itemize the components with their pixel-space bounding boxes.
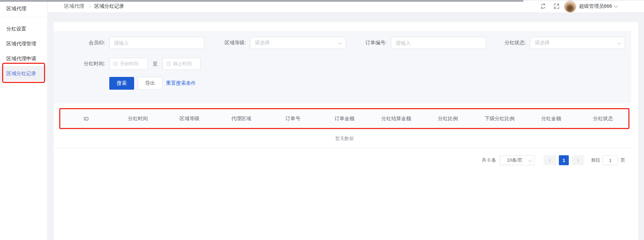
chevron-down-icon (614, 4, 618, 7)
filter-row-3: 搜索 导出 重置搜索条件 (54, 77, 631, 90)
clock-icon (166, 61, 171, 66)
app-header: 区域代理 区域分红记录 (48, 0, 644, 13)
search-button[interactable]: 搜索 (109, 77, 134, 90)
dividend-status-placeholder: 请选择 (535, 40, 550, 46)
dividend-status-label: 分红状态: (486, 37, 530, 49)
current-page-button[interactable]: 1 (559, 155, 569, 165)
button-row-spacer (54, 77, 109, 90)
table-bottom-divider (54, 148, 631, 149)
region-level-label: 区域等级: (204, 37, 250, 49)
breadcrumb-separator-icon (88, 5, 91, 8)
chevron-right-icon (576, 158, 579, 162)
member-id-label: 会员ID: (54, 37, 109, 49)
member-id-field[interactable] (109, 37, 204, 49)
page-size-value: 10条/页 (507, 157, 527, 163)
column-header-order-no: 订单号 (267, 116, 319, 122)
start-time-picker[interactable]: 开始时间 (109, 58, 148, 70)
sidebar-title: 区域代理 (0, 0, 47, 17)
user-menu[interactable]: 超级管理员666 (579, 3, 612, 10)
chevron-left-icon (549, 158, 552, 162)
region-level-placeholder: 请选择 (255, 40, 270, 46)
reset-search-link[interactable]: 重置搜索条件 (166, 77, 196, 90)
pagination-total: 共 0 条 (482, 157, 496, 163)
end-time-placeholder: 截止时间 (173, 61, 192, 67)
next-page-button[interactable] (572, 155, 584, 165)
region-level-select[interactable]: 请选择 (250, 37, 346, 49)
sidebar-item-dividend-settings[interactable]: 分红设置 (0, 21, 47, 36)
filter-row-1: 会员ID: 区域等级: 请选择 订单编号: 分红状态: 请选 (54, 37, 631, 49)
table-header-underline (54, 128, 631, 128)
column-header-dividend-ratio: 分红比例 (422, 116, 474, 122)
window-edge-strip (0, 0, 523, 2)
column-header-id: ID (60, 116, 112, 122)
order-no-input[interactable] (391, 37, 486, 49)
goto-page-input[interactable] (602, 155, 618, 165)
clock-icon (113, 61, 118, 66)
member-id-input[interactable] (110, 37, 204, 49)
export-button[interactable]: 导出 (138, 77, 163, 90)
order-no-field[interactable] (391, 37, 486, 49)
breadcrumb: 区域代理 区域分红记录 (64, 3, 124, 10)
column-header-region-level: 区域等级 (164, 116, 215, 122)
refresh-icon[interactable] (540, 3, 546, 9)
column-header-settlement-amount: 分红结算金额 (370, 116, 422, 122)
column-header-order-amount: 订单金额 (319, 116, 370, 122)
chevron-down-icon (528, 158, 532, 162)
sidebar: 区域代理 分红设置 区域代理管理 区域代理申请 区域分红记录 (0, 0, 48, 240)
column-header-dividend-time: 分红时间 (112, 116, 164, 122)
sidebar-item-region-agent-management[interactable]: 区域代理管理 (0, 36, 47, 51)
sidebar-item-region-agent-application[interactable]: 区域代理申请 (0, 51, 47, 66)
dividend-time-label: 分红时间: (54, 58, 109, 70)
window-edge-hairline (523, 0, 644, 0)
column-header-dividend-amount: 分红金额 (525, 116, 577, 122)
filter-row-2: 分红时间: 开始时间 至 截止时间 (54, 58, 631, 70)
table-header-row: ID 分红时间 区域等级 代理区域 订单号 订单金额 分红结算金额 分红比例 下… (60, 110, 629, 128)
chevron-down-icon (338, 40, 342, 44)
breadcrumb-item-region-agent[interactable]: 区域代理 (64, 3, 84, 10)
page-background: 会员ID: 区域等级: 请选择 订单编号: 分红状态: 请选 (48, 13, 644, 240)
filter-panel: 会员ID: 区域等级: 请选择 订单编号: 分红状态: 请选 (54, 31, 631, 104)
chevron-down-icon (617, 40, 621, 44)
fullscreen-icon[interactable] (554, 3, 560, 9)
avatar[interactable] (564, 0, 576, 12)
header-actions: 超级管理员666 (540, 0, 617, 12)
end-time-picker[interactable]: 截止时间 (163, 58, 200, 70)
table-empty-text: 暂无数据 (60, 135, 629, 142)
page-size-select[interactable]: 10条/页 (500, 155, 535, 165)
column-header-sub-dividend-ratio: 下级分红比例 (474, 116, 525, 122)
order-no-label: 订单编号: (346, 37, 391, 49)
sidebar-item-region-dividend-records[interactable]: 区域分红记录 (0, 66, 47, 81)
page-unit-label: 页 (621, 157, 625, 163)
prev-page-button[interactable] (544, 155, 556, 165)
start-time-placeholder: 开始时间 (120, 61, 138, 67)
column-header-agent-region: 代理区域 (215, 116, 267, 122)
sidebar-menu: 分红设置 区域代理管理 区域代理申请 区域分红记录 (0, 17, 47, 81)
screen: 区域代理 分红设置 区域代理管理 区域代理申请 区域分红记录 区域代理 区域分红… (0, 0, 644, 240)
pagination: 共 0 条 10条/页 1 前往 页 (482, 155, 625, 166)
breadcrumb-current-page: 区域分红记录 (94, 3, 124, 10)
dividend-status-select[interactable]: 请选择 (530, 37, 625, 49)
content-card: 会员ID: 区域等级: 请选择 订单编号: 分红状态: 请选 (54, 22, 638, 240)
date-range-to-label: 至 (148, 58, 163, 70)
column-header-dividend-status: 分红状态 (577, 116, 629, 122)
goto-label: 前往 (591, 157, 600, 163)
